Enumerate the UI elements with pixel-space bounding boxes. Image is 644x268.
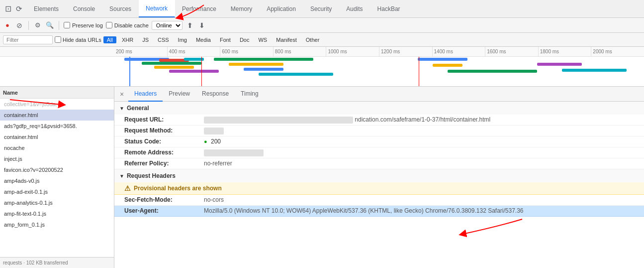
list-item[interactable]: container.html: [0, 132, 114, 142]
filter-type-ws[interactable]: WS: [255, 36, 271, 43]
file-list-footer: requests · 102 KB transferred: [0, 257, 114, 268]
cursor-icon[interactable]: ⊡: [4, 5, 12, 13]
warning-icon: ⚠: [124, 184, 131, 192]
file-list-panel: Name collective=1&v=jo5da... container.h…: [0, 87, 114, 268]
search-icon[interactable]: 🔍: [45, 21, 54, 30]
tab-network[interactable]: Network: [139, 0, 175, 17]
mark-1: 400 ms: [167, 47, 220, 56]
mark-2: 600 ms: [220, 47, 273, 56]
mark-3: 800 ms: [273, 47, 326, 56]
list-item[interactable]: favicon.ico?v=20200522: [0, 164, 114, 175]
list-item[interactable]: amp-fit-text-0.1.js: [0, 208, 114, 219]
mark-8: 1800 ms: [538, 47, 591, 56]
sec-fetch-mode-row: Sec-Fetch-Mode: no-cors: [114, 195, 644, 206]
general-section-header[interactable]: ▼ General: [114, 102, 644, 115]
file-list-body: collective=1&v=jo5da... container.html a…: [0, 99, 114, 257]
stop-button[interactable]: ⊘: [15, 21, 24, 30]
list-item[interactable]: ads?gdfp_req=1&pvsid=3658.: [0, 121, 114, 132]
method-blurred: [204, 128, 224, 134]
detail-tab-headers[interactable]: Headers: [128, 87, 163, 102]
list-item[interactable]: collective=1&v=jo5da...: [0, 99, 114, 110]
list-item[interactable]: amp_form_0.1.js: [0, 219, 114, 230]
tab-elements[interactable]: Elements: [27, 0, 66, 17]
tab-hackbar[interactable]: HackBar: [370, 0, 408, 17]
mark-6: 1400 ms: [432, 47, 485, 56]
filter-type-js[interactable]: JS: [139, 36, 152, 43]
request-headers-section-header[interactable]: ▼ Request Headers: [114, 169, 644, 182]
record-button[interactable]: ●: [3, 21, 12, 30]
status-dot: ●: [204, 138, 207, 144]
wf-bar-14: [537, 63, 582, 66]
tab-security[interactable]: Security: [303, 0, 339, 17]
triangle-icon: ▼: [119, 106, 124, 111]
provisional-warning: ⚠ Provisional headers are shown: [114, 182, 644, 195]
detail-tab-timing[interactable]: Timing: [235, 87, 265, 102]
list-item-selected[interactable]: container.html: [0, 110, 114, 121]
import-icon[interactable]: ⬆: [185, 21, 194, 30]
mark-4: 1000 ms: [326, 47, 379, 56]
filter-type-xhr[interactable]: XHR: [118, 36, 137, 43]
wf-bar-15: [562, 69, 627, 72]
wf-bar-10: [259, 73, 333, 76]
wf-bar-3: [154, 66, 194, 69]
wf-bar-12: [433, 64, 462, 67]
filter-type-img[interactable]: Img: [175, 36, 190, 43]
separator-2: [59, 21, 59, 30]
wf-bar-5: [169, 70, 219, 73]
list-item[interactable]: nocache: [0, 142, 114, 153]
separator-1: [28, 21, 29, 30]
tab-console[interactable]: Console: [66, 0, 102, 17]
red-marker-1: [201, 57, 202, 87]
devtools-tab-bar: ⊡ ⟳ Elements Console Sources Network Per…: [0, 0, 644, 18]
filter-type-all[interactable]: All: [103, 36, 116, 43]
tab-audits[interactable]: Audits: [339, 0, 370, 17]
preserve-log-label[interactable]: Preserve log: [64, 22, 103, 28]
mark-0: 200 ms: [114, 47, 167, 56]
wf-bar-8: [229, 63, 283, 66]
detail-tab-preview[interactable]: Preview: [163, 87, 196, 102]
filter-type-other[interactable]: Other: [302, 36, 323, 43]
hide-data-urls-label[interactable]: Hide data URLs: [55, 36, 101, 43]
detail-close-button[interactable]: ×: [117, 90, 126, 99]
main-area: Name collective=1&v=jo5da... container.h…: [0, 87, 644, 268]
wf-bar-11: [418, 58, 467, 61]
tab-application[interactable]: Application: [260, 0, 303, 17]
tab-memory[interactable]: Memory: [224, 0, 260, 17]
filter-input[interactable]: [3, 35, 53, 44]
mark-5: 1200 ms: [379, 47, 432, 56]
red-marker-2: [419, 57, 419, 87]
list-item[interactable]: amp4ads-v0.js: [0, 175, 114, 186]
mark-7: 1600 ms: [485, 47, 538, 56]
filter-type-manifest[interactable]: Manifest: [273, 36, 300, 43]
tab-sources[interactable]: Sources: [102, 0, 139, 17]
filter-type-doc[interactable]: Doc: [236, 36, 253, 43]
filter-type-font[interactable]: Font: [216, 36, 234, 43]
user-agent-row: User-Agent: Mozilla/5.0 (Windows NT 10.0…: [114, 206, 644, 217]
list-item[interactable]: inject.js: [0, 153, 114, 164]
tab-performance[interactable]: Performance: [175, 0, 224, 17]
wf-bar-2: [142, 62, 201, 65]
export-icon[interactable]: ⬇: [197, 21, 206, 30]
disable-cache-label[interactable]: Disable cache: [106, 22, 149, 28]
filter-type-media[interactable]: Media: [192, 36, 214, 43]
hide-data-urls-checkbox[interactable]: [55, 36, 61, 43]
timeline-ruler: 200 ms 400 ms 600 ms 800 ms 1000 ms 1200…: [0, 47, 644, 57]
filter-type-css[interactable]: CSS: [154, 36, 173, 43]
disable-cache-checkbox[interactable]: [106, 22, 112, 28]
referrer-policy-row: Referrer Policy: no-referrer: [114, 158, 644, 169]
list-item[interactable]: amp-ad-exit-0.1.js: [0, 186, 114, 197]
filter-icon[interactable]: ⚙: [33, 21, 42, 30]
detail-tab-response[interactable]: Response: [196, 87, 235, 102]
throttle-select[interactable]: Online: [152, 21, 183, 30]
timeline-waterfall: [114, 57, 644, 87]
mark-9: 2000 ms: [591, 47, 644, 56]
network-toolbar: ● ⊘ ⚙ 🔍 Preserve log Disable cache Onlin…: [0, 18, 644, 33]
list-item[interactable]: amp-analytics-0.1.js: [0, 197, 114, 208]
preserve-log-checkbox[interactable]: [64, 22, 70, 28]
filter-row: Hide data URLs All XHR JS CSS Img Media …: [0, 33, 644, 47]
reload-icon[interactable]: ⟳: [15, 5, 23, 13]
triangle-icon-2: ▼: [119, 173, 124, 179]
timeline-area: 200 ms 400 ms 600 ms 800 ms 1000 ms 1200…: [0, 47, 644, 87]
request-url-row: Request URL: ndication.com/safeframe/1-0…: [114, 115, 644, 126]
detail-tabs-bar: × Headers Preview Response Timing: [114, 87, 644, 102]
